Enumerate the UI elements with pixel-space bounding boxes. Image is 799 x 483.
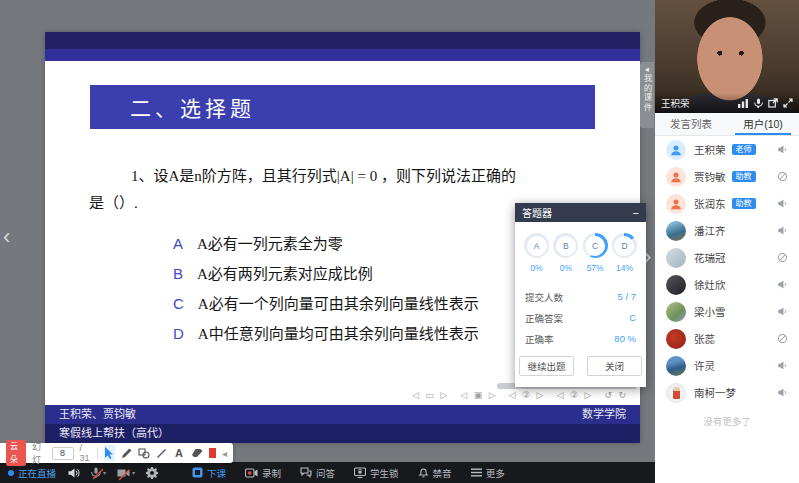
fullscreen-icon[interactable] — [783, 98, 793, 108]
role-badge: 老师 — [732, 144, 756, 155]
stat-value: 80 % — [614, 333, 636, 344]
avatar — [666, 248, 686, 268]
minimize-icon[interactable]: − — [633, 208, 639, 218]
user-name: 贾钧敏 — [694, 169, 726, 184]
live-dot-icon — [8, 470, 14, 476]
speaker-icon[interactable] — [777, 360, 788, 371]
settings-gear-icon[interactable] — [146, 467, 158, 479]
teacher-video-feed[interactable]: 王积荣 — [655, 0, 799, 113]
sidebar: 王积荣 发言列表 用户(10) 王积荣 老师 贾钧敏 助教 — [655, 0, 799, 483]
avatar — [666, 302, 686, 322]
continue-question-button[interactable]: 继续出题 — [519, 356, 574, 376]
live-indicator: 正在直播 — [8, 466, 56, 480]
toolbar-collapse-icon[interactable]: ◂ — [222, 448, 227, 459]
option-letter: C — [173, 295, 184, 312]
avatar — [666, 329, 686, 349]
end-class-icon — [192, 467, 203, 478]
user-name: 张润东 — [694, 196, 726, 211]
camera-off-icon[interactable] — [777, 171, 788, 182]
color-swatch-red[interactable] — [209, 448, 217, 458]
popout-icon[interactable] — [768, 98, 778, 108]
caret-down-icon[interactable]: ▾ — [103, 469, 106, 476]
role-badge: 助教 — [732, 198, 756, 209]
ring-letter: C — [585, 236, 605, 256]
camera-off-icon[interactable] — [777, 333, 788, 344]
monitor-lock-icon — [354, 467, 366, 478]
progress-ring: C — [583, 233, 608, 258]
ring-letter: A — [527, 236, 547, 256]
qa-button[interactable]: 问答 — [300, 466, 335, 480]
video-overlay-bar: 王积荣 — [655, 93, 799, 113]
shapes-tool[interactable] — [138, 445, 150, 461]
option-letter: A — [173, 235, 183, 252]
mic-muted-icon[interactable]: ▾ — [91, 467, 106, 479]
list-item[interactable]: 潘江齐 — [655, 217, 799, 244]
ring-percent: 57% — [583, 263, 608, 273]
list-item[interactable]: 贾钧敏 助教 — [655, 163, 799, 190]
cursor-tool[interactable] — [104, 445, 115, 461]
user-list: 王积荣 老师 贾钧敏 助教 张润东 助教 潘江齐 花瑞冠 — [655, 136, 799, 406]
progress-ring: A — [524, 233, 549, 258]
camera-muted-icon[interactable]: ▾ — [117, 468, 135, 478]
tab-speaker-list[interactable]: 发言列表 — [655, 113, 727, 135]
stat-label: 提交人数 — [525, 290, 563, 304]
poll-panel: 答题器 − A 0% B 0% C 57% — [515, 203, 646, 387]
page-number-input[interactable] — [52, 447, 74, 460]
speaker-icon[interactable] — [777, 144, 788, 155]
eraser-tool[interactable] — [191, 445, 203, 461]
video-user-name: 王积荣 — [661, 96, 690, 110]
mic-icon[interactable] — [754, 98, 763, 109]
app-badge: 云朵 — [6, 440, 26, 466]
speaker-icon[interactable] — [777, 387, 788, 398]
avatar — [666, 221, 686, 241]
user-name: 徐灶欣 — [694, 277, 726, 292]
text-tool[interactable]: A — [173, 445, 184, 461]
figure-icon — [673, 387, 680, 399]
record-button[interactable]: 录制 — [245, 466, 281, 480]
line-tool[interactable] — [156, 445, 167, 461]
speaker-icon[interactable] — [777, 306, 788, 317]
list-item[interactable]: 梁小雪 — [655, 298, 799, 325]
speaker-icon[interactable] — [777, 198, 788, 209]
avatar — [666, 140, 686, 160]
list-item[interactable]: 徐灶欣 — [655, 271, 799, 298]
hamburger-menu-icon — [471, 468, 482, 477]
footer-authors: 王积荣、贾钧敏 — [59, 405, 136, 424]
whiteboard-stage: ‹ › 二、选择题 1、设A是n阶方阵，且其行列式|A| = 0 ，则下列说法正… — [0, 0, 655, 462]
close-button[interactable]: 关闭 — [587, 356, 642, 376]
speaker-icon[interactable] — [777, 225, 788, 236]
slide-nav-icons[interactable]: ◁ ▭ ▷ ◁ ▣ ▷ ◁ ② ▷ ◁ ② ▷ ↺ ↻ — [412, 388, 628, 401]
more-button[interactable]: 更多 — [471, 466, 505, 480]
mute-all-button[interactable]: 禁音 — [418, 466, 452, 480]
caret-down-icon[interactable]: ▾ — [132, 469, 135, 476]
speaker-icon[interactable] — [67, 467, 80, 479]
option-letter: D — [173, 325, 184, 342]
bell-icon — [418, 467, 429, 478]
stat-value: 5 / 7 — [618, 291, 637, 302]
record-icon — [245, 468, 258, 478]
list-item[interactable]: 张润东 助教 — [655, 190, 799, 217]
end-class-button[interactable]: 下课 — [192, 466, 226, 480]
tab-users[interactable]: 用户(10) — [727, 113, 799, 135]
live-label: 正在直播 — [18, 466, 56, 480]
poll-header[interactable]: 答题器 − — [515, 203, 646, 222]
list-item[interactable]: 南柯一梦 — [655, 379, 799, 406]
poll-option-b: B 0% — [553, 233, 578, 273]
slide-section-title: 二、选择题 — [90, 85, 595, 129]
speaker-icon[interactable] — [777, 279, 788, 290]
list-item[interactable]: 花瑞冠 — [655, 244, 799, 271]
list-item[interactable]: 王积荣 老师 — [655, 136, 799, 163]
section-title-text: 二、选择题 — [130, 92, 255, 122]
page-label: 幻灯 — [32, 440, 46, 466]
ring-percent: 0% — [524, 263, 549, 273]
student-lock-button[interactable]: 学生锁 — [354, 466, 399, 480]
list-item[interactable]: 许灵 — [655, 352, 799, 379]
camera-off-icon[interactable] — [777, 252, 788, 263]
prev-page-chevron[interactable]: ‹ — [3, 226, 10, 248]
pen-tool[interactable] — [121, 445, 132, 461]
courseware-collapsed-tab[interactable]: ◂ 我的课件 — [640, 62, 654, 128]
sidebar-tabs: 发言列表 用户(10) — [655, 113, 799, 136]
user-name: 潘江齐 — [694, 223, 726, 238]
stat-label: 正确答案 — [525, 311, 563, 325]
list-item[interactable]: 张蕊 — [655, 325, 799, 352]
